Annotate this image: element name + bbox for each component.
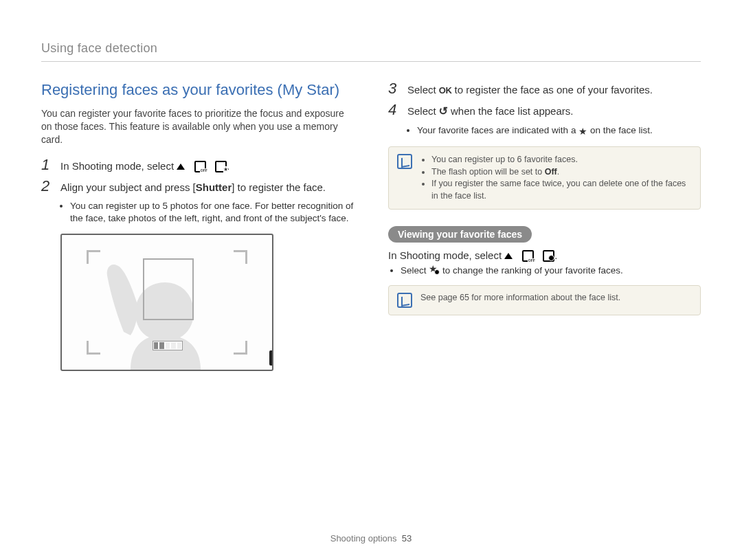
- face-star-icon: [214, 161, 227, 172]
- left-column: Registering faces as your favorites (My …: [41, 81, 354, 371]
- step4-bullets: Your favorite faces are indicated with a…: [407, 124, 701, 138]
- frame-corner-icon: [87, 341, 100, 355]
- step2-bullets: You can register up to 5 photos for one …: [60, 200, 354, 225]
- step3-pre: Select: [407, 84, 439, 96]
- step3-post: to register the face as one of your favo…: [451, 84, 653, 96]
- step2-pre: Align your subject and press [: [60, 181, 196, 193]
- intro-text: You can register your favorite faces to …: [41, 107, 354, 146]
- step-2: 2 Align your subject and press [Shutter]…: [41, 179, 354, 194]
- step4-pre: Select: [407, 105, 439, 117]
- sub-bullets: Select to change the ranking of your fav…: [391, 264, 701, 277]
- sub-bullet: Select to change the ranking of your fav…: [401, 264, 701, 277]
- note-item: See page 65 for more information about t…: [420, 293, 620, 302]
- step-number: 4: [388, 102, 401, 117]
- manual-page: Using face detection Registering faces a…: [0, 0, 742, 560]
- note-box-1: You can register up to 6 favorite faces.…: [388, 146, 701, 210]
- star-edit-icon: [429, 264, 440, 275]
- note-box-2: See page 65 for more information about t…: [388, 285, 701, 315]
- frame-corner-icon: [234, 250, 247, 264]
- note-item: You can register up to 6 favorite faces.: [431, 154, 690, 166]
- frame-corner-icon: [234, 341, 247, 355]
- progress-indicator: [153, 341, 183, 350]
- page-footer: Shooting options 53: [0, 533, 742, 544]
- step-number: 2: [41, 179, 54, 194]
- step-body: Select OK to register the face as one of…: [407, 83, 653, 97]
- step4-post: when the face list appears.: [448, 105, 574, 117]
- note-item: If you register the same face twice, you…: [431, 178, 690, 202]
- face-off-icon: [521, 250, 534, 261]
- ok-icon: OK: [439, 85, 452, 96]
- back-icon: ↻: [439, 104, 448, 119]
- page-number: 53: [402, 533, 412, 544]
- shutter-label: Shutter: [196, 181, 232, 193]
- note-body: You can register up to 6 favorite faces.…: [420, 154, 690, 202]
- footer-label: Shooting options: [330, 533, 397, 544]
- step-3: 3 Select OK to register the face as one …: [388, 81, 701, 97]
- step-number: 1: [41, 157, 54, 172]
- note-icon: [397, 293, 412, 308]
- star-icon: [578, 125, 587, 138]
- step4-bullet: Your favorite faces are indicated with a…: [417, 124, 701, 138]
- page-header: Using face detection: [41, 41, 701, 62]
- step-body: Select ↻ when the face list appears.: [407, 104, 573, 119]
- step-1: 1 In Shooting mode, select .: [41, 157, 354, 173]
- subsection-pill: Viewing your favorite faces: [388, 226, 532, 243]
- up-icon: [177, 164, 185, 170]
- step-number: 3: [388, 81, 401, 96]
- section-title: Registering faces as your favorites (My …: [41, 81, 354, 99]
- step2-bullet: You can register up to 5 photos for one …: [70, 200, 354, 225]
- step-body: Align your subject and press [Shutter] t…: [60, 181, 326, 194]
- content-columns: Registering faces as your favorites (My …: [41, 81, 701, 371]
- note-body: See page 65 for more information about t…: [420, 293, 620, 308]
- ok-badge: OK: [269, 350, 273, 366]
- focus-box: [143, 258, 194, 320]
- note-icon: [397, 154, 412, 169]
- frame-corner-icon: [87, 250, 100, 264]
- face-off-icon: [194, 161, 206, 172]
- step-4: 4 Select ↻ when the face list appears.: [388, 102, 701, 119]
- step1-text: In Shooting mode, select: [60, 160, 174, 172]
- step2-post: ] to register the face.: [232, 181, 326, 193]
- example-photo-frame: OK: [60, 234, 273, 371]
- note-item: The flash option will be set to Off.: [431, 166, 690, 179]
- right-column: 3 Select OK to register the face as one …: [388, 81, 701, 371]
- up-icon: [504, 253, 513, 259]
- sub-step: In Shooting mode, select .: [388, 249, 701, 261]
- step-body: In Shooting mode, select .: [60, 159, 229, 173]
- face-edit-icon: [542, 250, 554, 261]
